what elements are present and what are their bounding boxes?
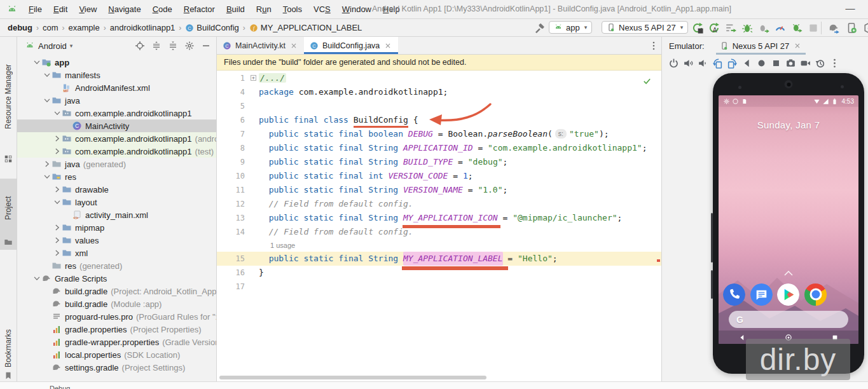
tree-item-mainactivity[interactable]: CMainActivity	[17, 119, 216, 132]
apply-changes-icon[interactable]: A	[708, 22, 720, 34]
code-area[interactable]: 1+/.../4package com.example.androidkotli…	[217, 71, 661, 374]
menu-file[interactable]: File	[23, 4, 48, 14]
chevron-right-icon[interactable]	[53, 236, 62, 245]
code-line-4[interactable]: 4package com.example.androidkotlinapp1;	[217, 85, 661, 99]
chevron-down-icon[interactable]	[43, 172, 52, 181]
code-text[interactable]: }	[259, 266, 264, 280]
tree-item-res[interactable]: res	[17, 170, 216, 183]
screenshot-icon[interactable]	[785, 58, 796, 69]
code-text[interactable]: public static final boolean DEBUG = Bool…	[259, 127, 609, 141]
settings-gear-icon[interactable]	[184, 41, 195, 51]
menu-tools[interactable]: Tools	[277, 4, 308, 14]
locate-icon[interactable]	[135, 41, 145, 51]
code-line-5[interactable]: 5	[217, 99, 661, 113]
code-text[interactable]: // Field from default config.	[259, 225, 413, 239]
breadcrumb-com[interactable]: com	[43, 23, 59, 32]
menu-navigate[interactable]: Navigate	[102, 4, 146, 14]
code-line-1[interactable]: 1+/.../	[217, 71, 661, 85]
run-config-select[interactable]: app ▾	[549, 21, 592, 34]
breadcrumb-my_application_label[interactable]: fMY_APPLICATION_LABEL	[249, 23, 362, 32]
nav-back-icon[interactable]	[738, 334, 746, 341]
chevron-down-icon[interactable]	[53, 109, 62, 118]
chevron-right-icon[interactable]	[53, 134, 62, 143]
tree-item-xml[interactable]: xml	[17, 247, 216, 259]
power-icon[interactable]	[668, 58, 679, 69]
tree-item-layout[interactable]: layout	[17, 196, 216, 208]
code-line-8[interactable]: 8 public static final String APPLICATION…	[217, 141, 661, 155]
hide-panel-icon[interactable]	[201, 41, 211, 51]
breadcrumb-debug[interactable]: debug	[8, 23, 32, 32]
debug-bug-icon[interactable]	[741, 22, 753, 34]
more-vert-icon[interactable]	[829, 58, 840, 69]
attach-debugger-icon[interactable]	[758, 22, 769, 34]
tree-item-com-example-androidkotlinapp1[interactable]: com.example.androidkotlinapp1	[17, 107, 216, 119]
chevron-down-icon[interactable]	[43, 96, 52, 105]
toolwindow-button-bookmarks[interactable]: Bookmarks	[0, 326, 17, 383]
code-line-12[interactable]: 12 // Field from default config.	[217, 197, 661, 211]
rotate-right-icon[interactable]	[727, 58, 738, 69]
expand-all-icon[interactable]	[151, 41, 162, 51]
code-text[interactable]: public static final String BUILD_TYPE = …	[259, 155, 507, 169]
tab-options-button[interactable]	[646, 37, 661, 54]
gradle-sync-icon[interactable]	[828, 22, 839, 34]
code-line-15[interactable]: 15 public static final String MY_APPLICA…	[217, 252, 661, 266]
collapse-all-icon[interactable]	[168, 41, 178, 51]
fold-marker-icon[interactable]: +	[249, 71, 259, 85]
editor-tab-mainactivity-kt[interactable]: CMainActivity.kt	[217, 37, 304, 54]
code-line-6[interactable]: 6public final class BuildConfig {	[217, 113, 661, 127]
play-store-app-icon[interactable]	[777, 283, 799, 306]
toolwindow-button-resource-manager[interactable]: Resource Manager	[0, 39, 17, 167]
chevron-down-icon[interactable]	[32, 274, 41, 283]
tree-item-gradle-scripts[interactable]: Gradle Scripts	[17, 272, 216, 285]
editor-horizontal-scrollbar[interactable]	[219, 376, 486, 379]
fold-plus-icon[interactable]: +	[251, 75, 256, 81]
tree-item-app[interactable]: app	[17, 56, 216, 69]
chevron-down-icon[interactable]	[53, 198, 62, 207]
tree-item-values[interactable]: values	[17, 234, 216, 247]
breadcrumb-buildconfig[interactable]: CBuildConfig	[185, 23, 239, 32]
tree-item-local-properties[interactable]: local.properties(SDK Location)	[17, 348, 216, 361]
menu-refactor[interactable]: Refactor	[178, 4, 221, 14]
messages-app-icon[interactable]	[750, 283, 773, 306]
close-x-icon[interactable]	[383, 41, 392, 50]
tree-item-drawable[interactable]: drawable	[17, 183, 216, 196]
code-line-17[interactable]: 17	[217, 280, 661, 294]
breadcrumb-example[interactable]: example	[69, 23, 100, 32]
tree-item-proguard-rules-pro[interactable]: proguard-rules.pro(ProGuard Rules for ":…	[17, 310, 216, 323]
tree-item-java[interactable]: java	[17, 94, 216, 107]
code-text[interactable]: /.../	[259, 71, 286, 85]
tree-item-com-example-androidkotlinapp1[interactable]: com.example.androidkotlinapp1(test)	[17, 145, 216, 158]
chevron-right-icon[interactable]	[53, 185, 62, 194]
code-line-11[interactable]: 11 public static final String VERSION_NA…	[217, 183, 661, 197]
phone-screen[interactable]: 4:53 Sunday, Jan 7 G	[719, 95, 858, 344]
code-text[interactable]: public final class BuildConfig {	[259, 113, 418, 127]
device-select[interactable]: Nexus 5 API 27 ▾	[602, 21, 688, 34]
chevron-right-icon[interactable]	[43, 160, 52, 168]
project-view-selector[interactable]: Android ▾	[25, 41, 72, 51]
chrome-app-icon[interactable]	[804, 283, 827, 306]
chevron-right-icon[interactable]	[53, 147, 62, 156]
usage-hint[interactable]: 1 usage	[217, 239, 661, 252]
back-icon[interactable]	[741, 58, 752, 69]
menu-code[interactable]: Code	[147, 4, 178, 14]
stop-icon[interactable]	[808, 22, 819, 34]
tree-item-androidmanifest-xml[interactable]: MFAndroidManifest.xml	[17, 81, 216, 94]
rotate-left-icon[interactable]	[712, 58, 723, 69]
tree-item-settings-gradle[interactable]: settings.gradle(Project Settings)	[17, 361, 216, 374]
chevron-right-icon[interactable]	[53, 223, 62, 232]
app-drawer-chevron-icon[interactable]	[784, 271, 793, 276]
rerun-icon[interactable]	[692, 22, 703, 34]
editor-tab-buildconfig-java[interactable]: CBuildConfig.java	[304, 37, 398, 54]
menu-vcs[interactable]: VCS	[308, 4, 336, 14]
breadcrumb-androidkotlinapp1[interactable]: androidkotlinapp1	[110, 23, 176, 32]
apply-code-changes-icon[interactable]	[725, 22, 736, 34]
tree-item-gradle-wrapper-properties[interactable]: gradle-wrapper.properties(Gradle Version…	[17, 336, 216, 348]
chevron-right-icon[interactable]	[53, 249, 62, 257]
phone-app-icon[interactable]	[723, 283, 745, 306]
code-line-9[interactable]: 9 public static final String BUILD_TYPE …	[217, 155, 661, 169]
tree-item-res[interactable]: res(generated)	[17, 259, 216, 272]
code-text[interactable]: public static final String MY_APPLICATIO…	[259, 211, 622, 225]
emulator-tab[interactable]: Nexus 5 API 27	[717, 37, 805, 55]
google-search-bar[interactable]: G	[729, 311, 848, 328]
tree-item-manifests[interactable]: manifests	[17, 69, 216, 81]
